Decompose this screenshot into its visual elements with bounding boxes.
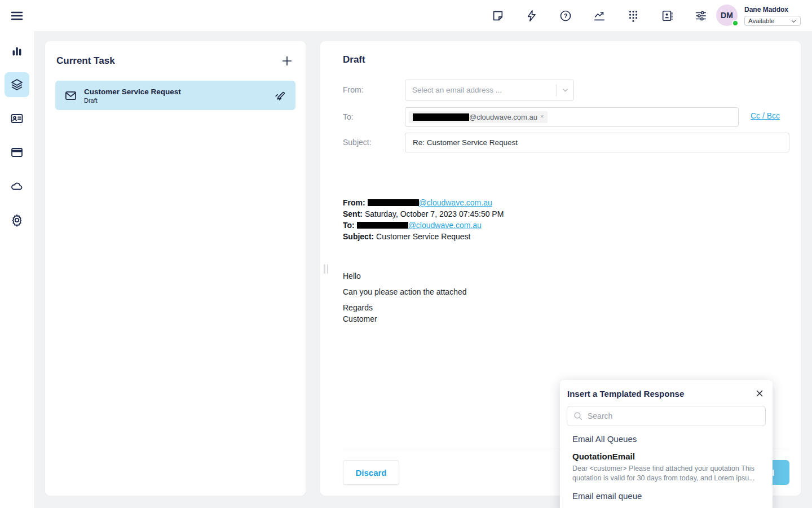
cloud-icon [10, 179, 24, 193]
recipient-domain: @cloudwave.com.au [469, 113, 537, 121]
note-icon[interactable] [491, 9, 505, 23]
chevron-down-icon [791, 18, 797, 24]
current-task-title: Current Task [56, 55, 115, 67]
bar-chart-icon [10, 45, 24, 58]
popup-title: Insert a Templated Response [567, 389, 684, 398]
subject-label: Subject: [343, 138, 372, 147]
user-area: DM Dane Maddox Available [716, 5, 801, 26]
quoted-to-line: To: @cloudwave.com.au [343, 220, 789, 231]
from-select[interactable]: Select an email address ... [405, 80, 574, 100]
interactions-icon[interactable] [525, 9, 539, 23]
task-card-title: Customer Service Request [84, 87, 274, 96]
recipient-chip: @cloudwave.com.au × [409, 111, 548, 123]
sidebar-item-cloud[interactable] [5, 174, 29, 199]
template-item[interactable]: QuotationEmail Dear <customer> Please fi… [567, 444, 766, 483]
to-label: To: [343, 112, 354, 121]
search-icon [573, 411, 583, 421]
presence-indicator [732, 20, 739, 27]
sidebar-item-activity[interactable] [5, 39, 29, 64]
subject-input[interactable]: Re: Customer Service Request [405, 133, 789, 152]
quoted-from-line: From: @cloudwave.com.au [343, 197, 789, 208]
envelope-icon [64, 89, 77, 102]
from-placeholder: Select an email address ... [405, 86, 556, 94]
template-label: QuotationEmail [572, 452, 760, 461]
sidebar-item-settings[interactable] [5, 208, 29, 233]
template-search-box[interactable] [567, 406, 766, 426]
templated-response-popup: Insert a Templated Response Email All Qu… [560, 380, 773, 508]
subject-value: Re: Customer Service Request [413, 138, 518, 147]
preferences-icon[interactable] [694, 9, 708, 23]
window-icon [10, 146, 24, 159]
body-line: Regards [343, 302, 789, 313]
contact-card-icon [10, 112, 24, 125]
status-value: Available [748, 17, 774, 24]
left-sidebar [0, 0, 34, 508]
sidebar-item-apps[interactable] [5, 140, 29, 165]
user-name: Dane Maddox [744, 6, 801, 14]
layers-icon [10, 78, 24, 91]
dialpad-icon[interactable] [626, 9, 640, 23]
quoted-to-link[interactable]: @cloudwave.com.au [408, 221, 482, 230]
search-input[interactable] [588, 411, 760, 421]
panel-resize-handle[interactable] [324, 264, 328, 274]
template-item[interactable]: Email All Queues [567, 426, 766, 444]
redacted-address [357, 222, 408, 229]
topbar-icons: ? [491, 0, 708, 31]
body-line: Customer [343, 313, 789, 325]
quoted-sent-line: Sent: Saturday, October 7, 2023 07:45:50… [343, 208, 789, 220]
chevron-down-icon [557, 86, 573, 94]
close-icon[interactable] [754, 388, 765, 399]
email-body-editor[interactable]: From: @cloudwave.com.au Sent: Saturday, … [343, 197, 789, 325]
svg-text:?: ? [564, 12, 568, 19]
cc-bcc-link[interactable]: Cc / Bcc [751, 111, 780, 120]
redacted-address [413, 113, 469, 121]
template-item[interactable]: Email email queue [567, 483, 766, 501]
quoted-subject-line: Subject: Customer Service Request [343, 231, 789, 242]
template-label: Email email queue [572, 491, 760, 501]
avatar[interactable]: DM [716, 5, 738, 26]
avatar-initials: DM [721, 11, 733, 20]
quoted-from-link[interactable]: @cloudwave.com.au [419, 198, 492, 207]
add-task-button[interactable] [280, 54, 294, 68]
help-icon[interactable]: ? [559, 9, 572, 23]
from-label: From: [343, 85, 364, 94]
status-select[interactable]: Available [744, 16, 801, 26]
plus-icon [281, 55, 293, 67]
redacted-address [368, 199, 419, 206]
sidebar-item-contacts[interactable] [5, 106, 29, 131]
body-line: Can you please action the attached [343, 286, 789, 297]
performance-icon[interactable] [593, 9, 606, 23]
sidebar-item-tasks[interactable] [5, 72, 29, 97]
gear-icon [10, 213, 24, 227]
to-input[interactable]: @cloudwave.com.au × [405, 107, 739, 127]
discard-button[interactable]: Discard [343, 460, 399, 485]
task-card[interactable]: Customer Service Request Draft [55, 81, 295, 110]
hamburger-menu-icon[interactable] [9, 8, 25, 24]
pen-icon[interactable] [274, 89, 286, 102]
topbar: ? DM Dane Maddox Available [0, 0, 812, 31]
body-line: Hello [343, 270, 789, 282]
task-card-subtitle: Draft [84, 97, 274, 104]
draft-title: Draft [343, 54, 365, 65]
current-task-panel: Current Task Customer Service Request Dr… [45, 41, 306, 496]
template-description: Dear <customer> Please find attached you… [572, 464, 760, 483]
remove-recipient-icon[interactable]: × [540, 113, 544, 120]
directory-icon[interactable] [660, 9, 674, 23]
template-label: Email All Queues [572, 434, 760, 444]
